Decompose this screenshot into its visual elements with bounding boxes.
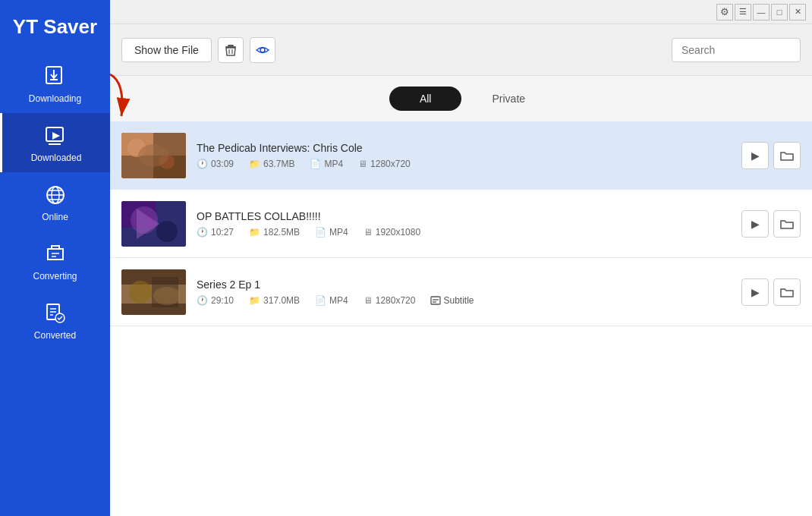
sidebar-item-converting[interactable]: Converting xyxy=(0,231,110,291)
list-item: Series 2 Ep 1 🕐 29:10 📁 317.0MB 📄 MP4 xyxy=(110,258,812,326)
converted-icon xyxy=(42,300,69,327)
resolution-icon-1: 🖥 xyxy=(358,159,367,169)
list-item: The Pedicab Interviews: Chris Cole 🕐 03:… xyxy=(110,121,812,190)
sidebar-item-downloading[interactable]: Downloading xyxy=(0,54,110,113)
eye-button[interactable] xyxy=(250,37,275,63)
folder-button-1[interactable] xyxy=(773,142,801,169)
item-meta-3: 🕐 29:10 📁 317.0MB 📄 MP4 🖥 xyxy=(197,295,731,306)
close-button[interactable]: ✕ xyxy=(789,4,806,20)
item-info-2: OP BATTLES COLLAB!!!!! 🕐 10:27 📁 182.5MB… xyxy=(197,210,731,238)
svg-rect-40 xyxy=(431,297,440,304)
item-meta-1: 🕐 03:09 📁 63.7MB 📄 MP4 🖥 xyxy=(197,159,731,169)
clock-icon-2: 🕐 xyxy=(197,227,208,238)
clock-icon-1: 🕐 xyxy=(197,159,208,169)
items-list: The Pedicab Interviews: Chris Cole 🕐 03:… xyxy=(110,121,812,516)
item-meta-2: 🕐 10:27 📁 182.5MB 📄 MP4 🖥 xyxy=(197,227,731,238)
item-title-3: Series 2 Ep 1 xyxy=(197,278,731,291)
downloading-icon xyxy=(42,63,69,90)
downloaded-icon xyxy=(42,122,70,149)
svg-point-23 xyxy=(260,48,265,52)
toolbar: Show the File xyxy=(110,24,812,76)
format-1: 📄 MP4 xyxy=(310,159,343,169)
svg-point-33 xyxy=(156,221,178,242)
list-item: OP BATTLES COLLAB!!!!! 🕐 10:27 📁 182.5MB… xyxy=(110,190,812,258)
search-input[interactable] xyxy=(672,38,801,62)
converting-icon xyxy=(42,241,69,268)
filter-private-tab[interactable]: Private xyxy=(484,87,533,111)
format-3: 📄 MP4 xyxy=(315,295,348,306)
maximize-button[interactable]: □ xyxy=(771,4,788,20)
resolution-icon-3: 🖥 xyxy=(364,295,373,306)
app-title: YT Saver xyxy=(13,8,97,54)
filter-all-tab[interactable]: All xyxy=(389,87,462,111)
thumbnail-1 xyxy=(121,133,186,178)
filter-bar: All Private xyxy=(110,76,812,121)
format-2: 📄 MP4 xyxy=(315,227,348,238)
format-icon-2: 📄 xyxy=(315,227,326,238)
svg-marker-4 xyxy=(52,132,60,140)
svg-point-29 xyxy=(138,144,168,167)
size-icon-1: 📁 xyxy=(249,159,260,169)
sidebar-item-converted[interactable]: Converted xyxy=(0,291,110,350)
item-actions-3: ▶ xyxy=(741,278,801,306)
folder-button-3[interactable] xyxy=(773,278,801,306)
size-icon-2: 📁 xyxy=(249,227,260,238)
item-info-1: The Pedicab Interviews: Chris Cole 🕐 03:… xyxy=(197,142,731,169)
sidebar-downloading-label: Downloading xyxy=(29,93,81,104)
clock-icon-3: 🕐 xyxy=(197,295,208,306)
folder-button-2[interactable] xyxy=(773,210,801,238)
size-icon-3: 📁 xyxy=(249,295,260,306)
subtitle-label: Subtitle xyxy=(443,295,474,306)
resolution-icon-2: 🖥 xyxy=(364,227,373,238)
item-title-2: OP BATTLES COLLAB!!!!! xyxy=(197,210,731,222)
size-2: 📁 182.5MB xyxy=(249,227,300,238)
subtitle-badge: Subtitle xyxy=(430,295,474,306)
thumbnail-2 xyxy=(121,201,186,247)
play-button-2[interactable]: ▶ xyxy=(741,210,769,238)
duration-1: 🕐 03:09 xyxy=(197,159,234,169)
resolution-2: 🖥 1920x1080 xyxy=(364,227,420,238)
resolution-1: 🖥 1280x720 xyxy=(358,159,411,169)
delete-button[interactable] xyxy=(218,37,244,63)
svg-rect-20 xyxy=(228,45,234,46)
main-content: ⚙ ☰ — □ ✕ Show the File xyxy=(110,0,812,516)
item-info-3: Series 2 Ep 1 🕐 29:10 📁 317.0MB 📄 MP4 xyxy=(197,278,731,306)
thumbnail-3 xyxy=(121,269,186,315)
size-3: 📁 317.0MB xyxy=(249,295,300,306)
item-actions-1: ▶ xyxy=(741,142,801,169)
gear-button[interactable]: ⚙ xyxy=(716,4,733,20)
menu-button[interactable]: ☰ xyxy=(735,4,751,20)
svg-point-39 xyxy=(153,287,181,305)
resolution-3: 🖥 1280x720 xyxy=(364,295,416,306)
sidebar-item-online[interactable]: Online xyxy=(0,172,110,231)
duration-2: 🕐 10:27 xyxy=(197,227,234,238)
item-title-1: The Pedicab Interviews: Chris Cole xyxy=(197,142,731,154)
sidebar-converting-label: Converting xyxy=(33,271,77,282)
play-button-3[interactable]: ▶ xyxy=(741,278,769,306)
minimize-button[interactable]: — xyxy=(753,4,770,20)
show-file-button[interactable]: Show the File xyxy=(121,38,212,62)
sidebar-item-downloaded[interactable]: Downloaded xyxy=(0,113,110,172)
svg-point-37 xyxy=(129,281,152,304)
online-icon xyxy=(42,181,69,209)
play-button-1[interactable]: ▶ xyxy=(741,142,769,169)
sidebar-converted-label: Converted xyxy=(34,330,76,341)
size-1: 📁 63.7MB xyxy=(249,159,294,169)
duration-3: 🕐 29:10 xyxy=(197,295,234,306)
sidebar: YT Saver Downloading xyxy=(0,0,110,516)
sidebar-online-label: Online xyxy=(42,212,68,222)
item-actions-2: ▶ xyxy=(741,210,801,238)
format-icon-1: 📄 xyxy=(310,159,321,169)
sidebar-downloaded-label: Downloaded xyxy=(31,153,82,163)
format-icon-3: 📄 xyxy=(315,295,326,306)
